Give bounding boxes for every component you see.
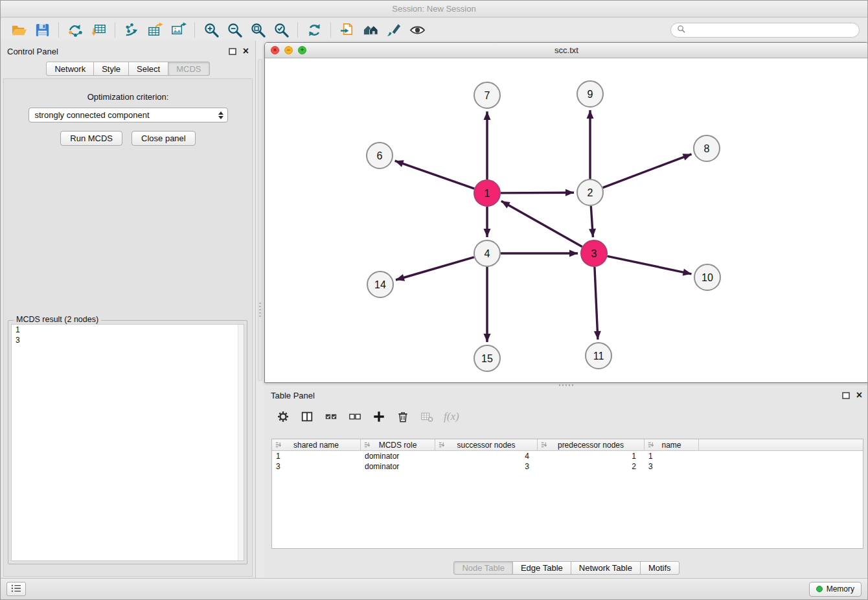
graph-node[interactable]: 9	[577, 81, 603, 107]
eye-button[interactable]	[405, 19, 429, 40]
float-panel-icon[interactable]	[229, 47, 237, 55]
window-title: Session: New Session	[392, 4, 475, 14]
import-network-button[interactable]	[63, 19, 87, 40]
control-panel: Control Panel × NetworkStyleSelectMCDS O…	[1, 41, 256, 579]
refresh-icon	[306, 22, 323, 38]
float-table-panel-icon[interactable]	[842, 391, 851, 399]
table-row[interactable]: 1dominator411	[272, 451, 863, 461]
sort-icon	[275, 441, 282, 450]
column-header-name[interactable]: name	[645, 439, 699, 450]
import-table-button[interactable]	[87, 19, 110, 40]
select-all-button[interactable]	[320, 407, 342, 426]
graph-edge[interactable]	[608, 256, 692, 274]
tab-style[interactable]: Style	[93, 62, 129, 76]
toolbar-separator	[194, 22, 195, 38]
graph-edge[interactable]	[501, 201, 582, 246]
toolbar-separator	[330, 22, 331, 38]
graph-node[interactable]: 1	[474, 180, 500, 206]
delete-table-button[interactable]	[416, 407, 438, 426]
memory-button[interactable]: Memory	[809, 582, 862, 597]
graph-canvas[interactable]: 7968124314101511	[265, 58, 868, 382]
result-scrollbar[interactable]	[238, 325, 244, 560]
close-table-panel-icon[interactable]: ×	[856, 390, 862, 400]
graph-node[interactable]: 3	[581, 240, 607, 266]
mcds-result-list[interactable]: 13	[11, 324, 244, 561]
graph-node[interactable]: 6	[367, 143, 393, 168]
window-titlebar[interactable]: Session: New Session	[1, 1, 867, 17]
graph-edge[interactable]	[591, 206, 593, 237]
tab-mcds[interactable]: MCDS	[168, 62, 209, 76]
zoom-in-button[interactable]	[200, 19, 223, 40]
graph-edge[interactable]	[501, 192, 574, 193]
task-history-button[interactable]	[6, 582, 26, 596]
column-header-predecessor-nodes[interactable]: predecessor nodes	[538, 439, 645, 450]
graph-node[interactable]: 15	[474, 345, 500, 371]
duplicate-page-button[interactable]	[336, 19, 359, 40]
column-header-successor-nodes[interactable]: successor nodes	[435, 439, 538, 450]
graph-node[interactable]: 11	[586, 343, 611, 369]
graph-edge[interactable]	[595, 267, 598, 340]
export-image-button[interactable]	[166, 19, 190, 40]
home-button[interactable]	[359, 19, 382, 40]
function-builder-button[interactable]: f(x)	[444, 410, 459, 423]
gear-button[interactable]	[272, 407, 294, 426]
paintbrush-button[interactable]	[382, 19, 405, 40]
column-header-MCDS-role[interactable]: MCDS role	[361, 439, 435, 450]
graph-node[interactable]: 10	[694, 264, 720, 290]
table-toolbar-buttons	[272, 407, 438, 426]
result-line: 1	[12, 325, 244, 335]
close-window-icon[interactable]: ×	[271, 46, 279, 54]
vertical-splitter[interactable]	[258, 59, 262, 381]
save-session-button[interactable]	[30, 19, 54, 40]
search-input[interactable]	[689, 25, 853, 34]
split-columns-button[interactable]	[296, 407, 318, 426]
tab-network[interactable]: Network	[46, 62, 94, 76]
run-mcds-button[interactable]: Run MCDS	[60, 131, 122, 146]
horizontal-splitter[interactable]	[264, 383, 868, 387]
table-panel: Table Panel × f(x) shared nameMCDS roles…	[264, 387, 868, 577]
tab-select[interactable]: Select	[128, 62, 168, 76]
export-image-icon	[170, 22, 187, 38]
list-icon	[10, 584, 22, 595]
graph-node[interactable]: 2	[577, 179, 603, 205]
node-table: shared nameMCDS rolesuccessor nodesprede…	[271, 439, 863, 549]
import-table-icon	[91, 22, 107, 38]
zoom-selected-button[interactable]	[269, 19, 293, 40]
maximize-window-icon[interactable]: +	[298, 46, 306, 54]
graph-node[interactable]: 8	[694, 135, 720, 161]
open-file-button[interactable]	[7, 19, 30, 40]
delete-row-button[interactable]	[392, 407, 414, 426]
column-header-shared-name[interactable]: shared name	[272, 439, 361, 450]
export-network-button[interactable]	[120, 19, 143, 40]
close-panel-icon[interactable]: ×	[243, 46, 249, 56]
tab-edge-table[interactable]: Edge Table	[512, 561, 571, 575]
mcds-result-box: MCDS result (2 nodes) 13	[8, 320, 247, 564]
result-line: 3	[12, 335, 244, 345]
network-window-titlebar[interactable]: scc.txt × − +	[265, 43, 868, 58]
graph-node[interactable]: 4	[474, 240, 500, 266]
minimize-window-icon[interactable]: −	[284, 46, 293, 54]
tab-node-table[interactable]: Node Table	[453, 561, 513, 575]
export-table-button[interactable]	[143, 19, 166, 40]
tab-motifs[interactable]: Motifs	[640, 561, 680, 575]
zoom-fit-button[interactable]	[246, 19, 269, 40]
graph-edge[interactable]	[396, 257, 474, 280]
graph-node[interactable]: 7	[474, 82, 500, 108]
close-panel-button[interactable]: Close panel	[131, 131, 196, 146]
refresh-button[interactable]	[303, 19, 326, 40]
tab-network-table[interactable]: Network Table	[571, 561, 641, 575]
svg-text:8: 8	[704, 143, 710, 154]
split-columns-icon	[301, 410, 314, 423]
add-row-button[interactable]	[368, 407, 390, 426]
graph-node[interactable]: 14	[367, 271, 393, 297]
eye-icon	[409, 22, 426, 38]
table-row[interactable]: 3dominator323	[272, 461, 863, 472]
optimization-select[interactable]: strongly connected component	[29, 108, 228, 122]
optimization-label: Optimization criterion:	[4, 92, 252, 102]
svg-text:2: 2	[588, 187, 593, 198]
search-box[interactable]	[670, 23, 860, 38]
deselect-all-button[interactable]	[344, 407, 366, 426]
zoom-out-button[interactable]	[223, 19, 246, 40]
graph-edge[interactable]	[603, 154, 692, 188]
graph-edge[interactable]	[395, 161, 475, 189]
